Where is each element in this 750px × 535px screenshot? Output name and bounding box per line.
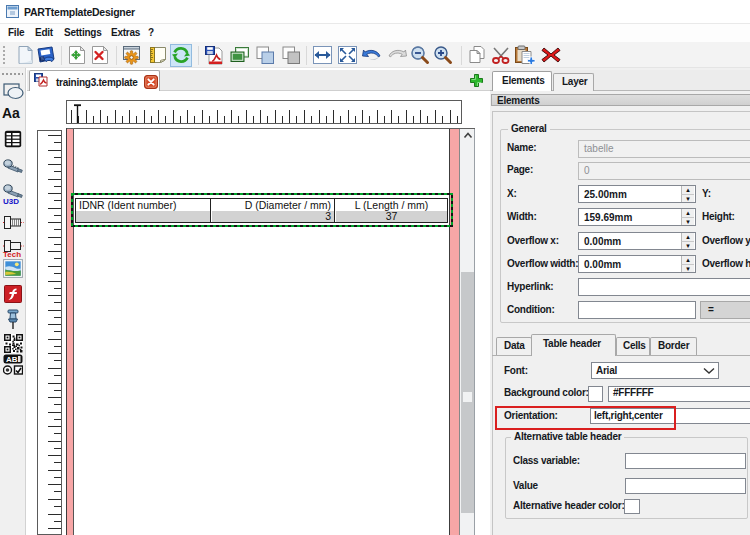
svg-text:AB: AB — [6, 355, 18, 364]
